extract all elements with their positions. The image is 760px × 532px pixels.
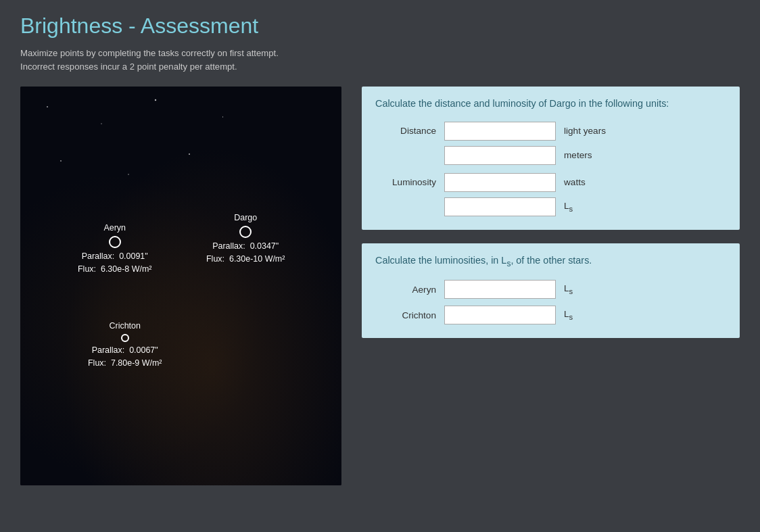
star-crichton: Crichton Parallax: 0.0067" Flux: 7.80e-9… <box>88 320 162 369</box>
other-stars-form: Aeryn Ls Crichton Ls <box>375 280 726 324</box>
watts-unit: watts <box>564 177 586 187</box>
luminosity-section: Luminosity watts Ls <box>375 173 726 216</box>
crichton-luminosity-row: Crichton Ls <box>375 306 726 324</box>
card1-title: Calculate the distance and luminosity of… <box>375 97 726 110</box>
distance-lightyears-row: Distance light years <box>375 122 726 141</box>
distance-section: Distance light years meters <box>375 122 726 165</box>
right-panel: Calculate the distance and luminosity of… <box>362 87 740 338</box>
aeryn-label: Aeryn <box>375 285 436 295</box>
distance-label: Distance <box>375 126 436 136</box>
crichton-label: Crichton <box>375 310 436 320</box>
card2-title: Calculate the luminosities, in Ls, of th… <box>375 253 726 270</box>
luminosity-ls-input[interactable] <box>444 197 556 216</box>
star-canvas <box>20 87 341 485</box>
ls-unit: Ls <box>564 201 573 213</box>
aeryn-ls-unit: Ls <box>564 283 573 295</box>
distance-lightyears-input[interactable] <box>444 122 556 141</box>
luminosity-watts-input[interactable] <box>444 173 556 192</box>
dargo-circle <box>239 226 252 238</box>
star-aeryn: Aeryn Parallax: 0.0091" Flux: 6.30e-8 W/… <box>78 222 151 275</box>
main-layout: Aeryn Parallax: 0.0091" Flux: 6.30e-8 W/… <box>20 87 740 485</box>
crichton-ls-unit: Ls <box>564 309 573 321</box>
distance-meters-row: meters <box>375 146 726 165</box>
subtitle: Maximize points by completing the tasks … <box>20 47 740 73</box>
distance-luminosity-card: Calculate the distance and luminosity of… <box>362 87 740 229</box>
aeryn-luminosity-row: Aeryn Ls <box>375 280 726 299</box>
luminosity-label: Luminosity <box>375 177 436 187</box>
crichton-circle <box>121 334 129 342</box>
aeryn-circle <box>109 236 121 248</box>
aeryn-luminosity-input[interactable] <box>444 280 556 299</box>
crichton-luminosity-input[interactable] <box>444 306 556 324</box>
star-dargo: Dargo Parallax: 0.0347" Flux: 6.30e-10 W… <box>206 212 285 265</box>
luminosity-watts-row: Luminosity watts <box>375 173 726 192</box>
other-luminosities-card: Calculate the luminosities, in Ls, of th… <box>362 243 740 339</box>
page-title: Brightness - Assessment <box>20 14 740 39</box>
luminosity-ls-row: Ls <box>375 197 726 216</box>
meters-unit: meters <box>564 150 592 160</box>
lightyears-unit: light years <box>564 126 606 136</box>
star-field: Aeryn Parallax: 0.0091" Flux: 6.30e-8 W/… <box>20 87 341 485</box>
distance-meters-input[interactable] <box>444 146 556 165</box>
